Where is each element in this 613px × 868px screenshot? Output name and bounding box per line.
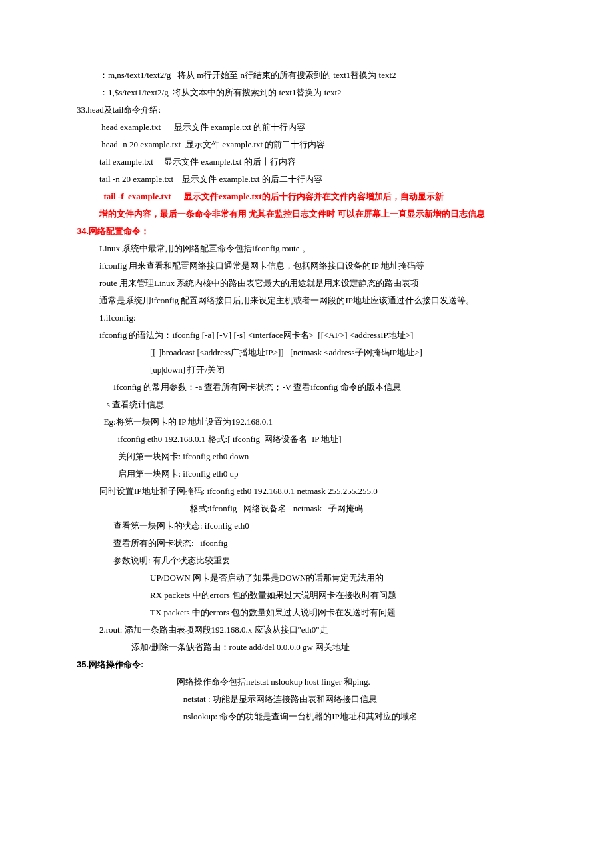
- text-line: ：1,$s/text1/text2/g 将从文本中的所有搜索到的 text1替换…: [77, 84, 536, 101]
- text-line: 35.网络操作命令:: [77, 656, 536, 673]
- text-line: -s 查看统计信息: [77, 396, 536, 413]
- text-line: head example.txt 显示文件 example.txt 的前十行内容: [77, 119, 536, 136]
- text-line: 33.head及tail命令介绍:: [77, 101, 536, 119]
- text-line: route 用来管理Linux 系统内核中的路由表它最大的用途就是用来设定静态的…: [77, 275, 536, 292]
- text-line: 网络操作命令包括netstat nslookup host finger 和pi…: [77, 673, 536, 691]
- text-line: 1.ifconfig:: [77, 309, 536, 327]
- text-line: UP/DOWN 网卡是否启动了如果是DOWN的话那肯定无法用的: [77, 569, 536, 587]
- text-line: 参数说明: 有几个状态比较重要: [77, 552, 536, 569]
- text-line: Ifconfig 的常用参数：-a 查看所有网卡状态；-V 查看ifconfig…: [77, 379, 536, 396]
- text-line: 格式:ifconfig 网络设备名 netmask 子网掩码: [77, 500, 536, 517]
- text-line: [[-]broadcast [<address广播地址IP>]] [netmas…: [77, 344, 536, 361]
- document-page: ：m,ns/text1/text2/g 将从 m行开始至 n行结束的所有搜索到的…: [0, 0, 613, 792]
- text-line: 查看第一块网卡的状态: ifconfig eth0: [77, 517, 536, 535]
- text-line: tail -n 20 example.txt 显示文件 example.txt …: [77, 171, 536, 188]
- text-line: ifconfig eth0 192.168.0.1 格式:[ ifconfig …: [77, 431, 536, 448]
- text-line: [up|down] 打开/关闭: [77, 361, 536, 379]
- text-line: TX packets 中的errors 包的数量如果过大说明网卡在发送时有问题: [77, 604, 536, 621]
- text-line: head -n 20 example.txt 显示文件 example.txt …: [77, 136, 536, 153]
- text-line: Linux 系统中最常用的网络配置命令包括ifconfig route 。: [77, 240, 536, 257]
- text-line: 关闭第一块网卡: ifconfig eth0 down: [77, 448, 536, 465]
- text-line: netstat : 功能是显示网络连接路由表和网络接口信息: [77, 691, 536, 708]
- text-line: nslookup: 命令的功能是查询一台机器的IP地址和其对应的域名: [77, 708, 536, 725]
- text-line: 启用第一块网卡: ifconfig eth0 up: [77, 465, 536, 483]
- text-line: 2.rout: 添加一条路由表项网段192.168.0.x 应该从接口"eth0…: [77, 621, 536, 639]
- text-line: 添加/删除一条缺省路由：route add/del 0.0.0.0 gw 网关地…: [77, 639, 536, 656]
- text-line: 同时设置IP地址和子网掩码: ifconfig eth0 192.168.0.1…: [77, 483, 536, 500]
- text-line: 查看所有的网卡状态: ifconfig: [77, 535, 536, 552]
- text-line: 34.网络配置命令：: [77, 223, 536, 240]
- text-line: 通常是系统用ifconfig 配置网络接口后用来设定主机或者一网段的IP地址应该…: [77, 292, 536, 309]
- text-line: ifconfig 的语法为：ifconfig [-a] [-V] [-s] <i…: [77, 327, 536, 344]
- text-line: ifconfig 用来查看和配置网络接口通常是网卡信息，包括网络接口设备的IP …: [77, 257, 536, 275]
- text-line: tail -f example.txt 显示文件example.txt的后十行内…: [77, 188, 536, 205]
- text-line: 增的文件内容，最后一条命令非常有用 尤其在监控日志文件时 可以在屏幕上一直显示新…: [77, 205, 536, 223]
- text-line: ：m,ns/text1/text2/g 将从 m行开始至 n行结束的所有搜索到的…: [77, 67, 536, 84]
- text-line: Eg:将第一块网卡的 IP 地址设置为192.168.0.1: [77, 413, 536, 431]
- text-line: RX packets 中的errors 包的数量如果过大说明网卡在接收时有问题: [77, 587, 536, 604]
- text-line: tail example.txt 显示文件 example.txt 的后十行内容: [77, 153, 536, 171]
